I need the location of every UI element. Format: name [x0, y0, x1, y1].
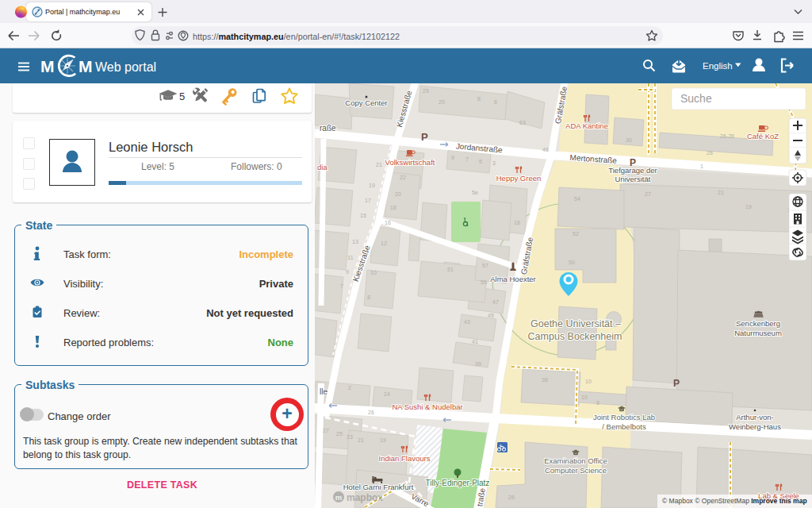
- svg-text:22: 22: [400, 175, 406, 180]
- svg-text:Tilly-Edinger-Platz: Tilly-Edinger-Platz: [426, 479, 490, 487]
- svg-text:15: 15: [360, 213, 366, 218]
- svg-text:8: 8: [367, 294, 370, 300]
- svg-text:Campus Bockenheim: Campus Bockenheim: [528, 331, 622, 342]
- svg-text:28: 28: [707, 150, 713, 156]
- svg-text:39: 39: [475, 361, 481, 367]
- svg-text:48: 48: [542, 147, 549, 152]
- svg-text:Volkswirtschaft: Volkswirtschaft: [385, 158, 435, 167]
- svg-text:Indian Flavours: Indian Flavours: [379, 454, 431, 463]
- svg-text:8: 8: [596, 400, 599, 406]
- svg-text:26: 26: [508, 495, 515, 500]
- svg-text:25: 25: [336, 431, 343, 437]
- svg-text:24: 24: [384, 391, 390, 397]
- svg-text:raße: raße: [320, 124, 336, 133]
- svg-text:54: 54: [574, 196, 580, 202]
- svg-text:8: 8: [477, 96, 481, 102]
- svg-text:dia: dia: [317, 163, 327, 171]
- svg-text:23: 23: [347, 434, 353, 440]
- svg-text:38: 38: [542, 377, 548, 383]
- svg-text:18: 18: [390, 205, 396, 210]
- svg-text:21: 21: [718, 190, 724, 195]
- svg-text:9: 9: [451, 155, 454, 160]
- svg-text:18: 18: [514, 220, 520, 225]
- svg-text:Arthur-von-: Arthur-von-: [736, 413, 774, 421]
- svg-text:6: 6: [494, 99, 497, 105]
- svg-text:5: 5: [179, 90, 185, 102]
- svg-text:Copy Center: Copy Center: [345, 98, 387, 107]
- svg-text:16: 16: [385, 220, 391, 225]
- svg-text:52: 52: [573, 231, 579, 237]
- svg-text:47: 47: [492, 299, 499, 305]
- svg-text:Computer Science: Computer Science: [545, 466, 607, 475]
- svg-text:19: 19: [380, 437, 386, 443]
- svg-text:Goethe Universität –: Goethe Universität –: [530, 318, 621, 329]
- svg-text:5e: 5e: [472, 190, 478, 195]
- svg-text:17: 17: [365, 198, 371, 203]
- svg-text:10: 10: [370, 270, 377, 275]
- svg-text:Hotel Garni Frankfurt: Hotel Garni Frankfurt: [343, 483, 414, 491]
- svg-text:10: 10: [585, 379, 592, 384]
- svg-text:/ Bembelbots: / Bembelbots: [602, 422, 646, 431]
- svg-text:43: 43: [464, 319, 470, 325]
- svg-text:lle: lle: [320, 387, 327, 396]
- svg-text:10: 10: [581, 394, 588, 400]
- svg-text:Weinberg-Haus: Weinberg-Haus: [729, 422, 781, 431]
- svg-text:Examination Office: Examination Office: [544, 456, 607, 465]
- svg-text:2: 2: [348, 385, 351, 391]
- svg-text:3: 3: [492, 160, 496, 166]
- svg-text:Café KoZ: Café KoZ: [747, 132, 779, 140]
- svg-text:45: 45: [488, 313, 494, 318]
- svg-text:27: 27: [323, 428, 329, 433]
- svg-text:5: 5: [479, 159, 482, 164]
- svg-text:19: 19: [369, 183, 375, 188]
- svg-text:12: 12: [381, 241, 387, 246]
- svg-text:Alma Hoexter: Alma Hoexter: [490, 275, 536, 283]
- svg-text:Joint Robotics Lab: Joint Robotics Lab: [593, 413, 655, 421]
- svg-text:30: 30: [626, 137, 632, 143]
- svg-text:Senckenberg: Senckenberg: [736, 319, 780, 328]
- svg-text:Naturmuseum: Naturmuseum: [734, 329, 782, 337]
- svg-text:63: 63: [519, 120, 526, 125]
- svg-text:11: 11: [347, 255, 353, 260]
- svg-text:9: 9: [346, 269, 349, 275]
- svg-text:26: 26: [368, 410, 374, 415]
- svg-text:21: 21: [376, 162, 382, 167]
- svg-text:20: 20: [439, 99, 445, 105]
- svg-text:19: 19: [745, 204, 752, 210]
- svg-text:NA Sushi & Nudelbar: NA Sushi & Nudelbar: [392, 402, 462, 411]
- svg-text:Heppy Green: Heppy Green: [496, 174, 542, 183]
- svg-text:mapbox: mapbox: [347, 492, 383, 503]
- svg-text:ADA Kantine: ADA Kantine: [565, 121, 608, 130]
- svg-text:M: M: [79, 57, 93, 75]
- svg-text:Suche: Suche: [680, 92, 712, 105]
- svg-text:7: 7: [465, 156, 469, 162]
- svg-text:20: 20: [395, 191, 401, 197]
- svg-text:Universität: Universität: [615, 175, 651, 183]
- svg-text:55: 55: [481, 279, 487, 285]
- svg-text:13: 13: [352, 239, 358, 244]
- svg-text:7: 7: [340, 283, 343, 289]
- svg-text:57: 57: [482, 263, 488, 268]
- svg-text:41: 41: [472, 339, 478, 344]
- svg-text:P: P: [673, 378, 680, 389]
- svg-text:Lab & Seele: Lab & Seele: [758, 491, 799, 500]
- svg-text:M: M: [40, 57, 55, 75]
- svg-text:1: 1: [700, 164, 703, 169]
- svg-text:m: m: [335, 493, 342, 502]
- svg-text:P: P: [630, 157, 636, 168]
- svg-text:26-28: 26-28: [720, 133, 734, 139]
- svg-text:P: P: [421, 131, 428, 143]
- svg-text:51: 51: [447, 267, 454, 272]
- svg-text:50: 50: [569, 260, 575, 265]
- svg-text:27: 27: [645, 191, 651, 197]
- svg-text:25: 25: [423, 88, 429, 94]
- svg-text:21: 21: [358, 437, 364, 443]
